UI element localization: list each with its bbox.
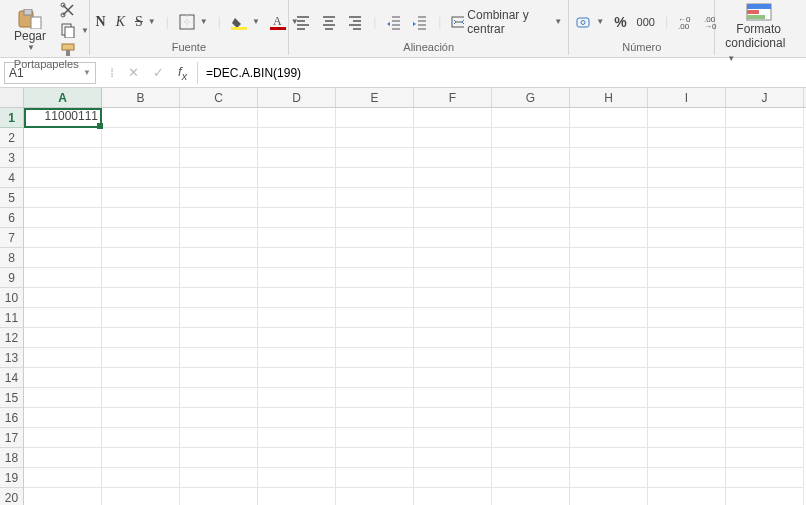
cell[interactable] [258, 288, 336, 308]
cell[interactable] [180, 248, 258, 268]
cell[interactable] [336, 208, 414, 228]
cell[interactable] [102, 388, 180, 408]
cell[interactable] [492, 148, 570, 168]
cell[interactable] [336, 308, 414, 328]
cell[interactable] [336, 388, 414, 408]
copy-button[interactable]: ▼ [60, 22, 89, 38]
cell[interactable] [102, 168, 180, 188]
cell[interactable] [726, 188, 804, 208]
conditional-format-button[interactable]: Formato condicional ▼ [721, 2, 796, 64]
cell[interactable] [414, 408, 492, 428]
cell[interactable] [570, 408, 648, 428]
row-header[interactable]: 19 [0, 468, 23, 488]
cell[interactable] [180, 268, 258, 288]
cell[interactable] [414, 148, 492, 168]
cell[interactable] [102, 288, 180, 308]
cancel-formula-button[interactable]: ✕ [128, 65, 139, 80]
row-header[interactable]: 1 [0, 108, 23, 128]
row-header[interactable]: 14 [0, 368, 23, 388]
borders-button[interactable]: ▼ [179, 14, 208, 30]
cell[interactable] [414, 468, 492, 488]
column-header[interactable]: E [336, 88, 414, 107]
cell[interactable] [336, 488, 414, 505]
row-header[interactable]: 10 [0, 288, 23, 308]
cell[interactable] [492, 388, 570, 408]
cell[interactable] [648, 448, 726, 468]
cell[interactable] [492, 228, 570, 248]
column-header[interactable]: F [414, 88, 492, 107]
cell[interactable] [492, 108, 570, 128]
align-right-button[interactable] [347, 14, 363, 30]
increase-decimal-button[interactable]: ←0.00 [678, 14, 694, 30]
cell[interactable] [414, 208, 492, 228]
cell[interactable] [258, 308, 336, 328]
cell[interactable] [570, 128, 648, 148]
cell[interactable] [102, 408, 180, 428]
cell[interactable] [648, 268, 726, 288]
format-painter-button[interactable] [60, 42, 89, 58]
cell[interactable] [492, 328, 570, 348]
cell[interactable] [24, 128, 102, 148]
cell[interactable] [726, 388, 804, 408]
row-header[interactable]: 5 [0, 188, 23, 208]
row-header[interactable]: 8 [0, 248, 23, 268]
select-all-corner[interactable] [0, 88, 24, 108]
cell[interactable] [336, 128, 414, 148]
cell[interactable] [24, 368, 102, 388]
column-header[interactable]: A [24, 88, 102, 107]
cell[interactable] [24, 228, 102, 248]
cell[interactable] [648, 128, 726, 148]
cell[interactable] [648, 368, 726, 388]
cell[interactable] [24, 308, 102, 328]
cell[interactable] [102, 468, 180, 488]
cell[interactable] [102, 308, 180, 328]
row-header[interactable]: 20 [0, 488, 23, 505]
cell[interactable] [102, 488, 180, 505]
enter-formula-button[interactable]: ✓ [153, 65, 164, 80]
cell[interactable] [414, 428, 492, 448]
cell[interactable] [258, 108, 336, 128]
cell[interactable] [414, 248, 492, 268]
cell[interactable] [258, 368, 336, 388]
cell[interactable] [492, 308, 570, 328]
cell[interactable] [648, 248, 726, 268]
cell[interactable] [414, 368, 492, 388]
cell[interactable] [726, 468, 804, 488]
cell[interactable] [102, 208, 180, 228]
cell[interactable] [414, 188, 492, 208]
cell[interactable] [24, 388, 102, 408]
row-header[interactable]: 2 [0, 128, 23, 148]
cut-button[interactable] [60, 2, 89, 18]
cell[interactable] [336, 328, 414, 348]
cell[interactable] [102, 268, 180, 288]
cell[interactable] [336, 428, 414, 448]
cell[interactable] [24, 488, 102, 505]
cell[interactable] [258, 208, 336, 228]
cell[interactable] [492, 268, 570, 288]
cell[interactable] [648, 188, 726, 208]
cell[interactable] [258, 488, 336, 505]
cell[interactable] [24, 468, 102, 488]
cell[interactable] [570, 208, 648, 228]
cell[interactable] [570, 248, 648, 268]
cell[interactable] [180, 188, 258, 208]
cell[interactable] [336, 408, 414, 428]
cell[interactable] [492, 248, 570, 268]
align-center-button[interactable] [321, 14, 337, 30]
cell[interactable] [258, 448, 336, 468]
cell[interactable] [570, 348, 648, 368]
cell[interactable] [492, 128, 570, 148]
cell[interactable] [102, 188, 180, 208]
column-header[interactable]: J [726, 88, 804, 107]
cell[interactable] [336, 368, 414, 388]
row-header[interactable]: 16 [0, 408, 23, 428]
cell[interactable] [492, 428, 570, 448]
cell[interactable] [180, 368, 258, 388]
cell[interactable] [492, 408, 570, 428]
column-header[interactable]: B [102, 88, 180, 107]
cell[interactable] [180, 228, 258, 248]
cell[interactable] [726, 288, 804, 308]
cell[interactable] [24, 148, 102, 168]
cell[interactable] [492, 188, 570, 208]
cell[interactable] [258, 148, 336, 168]
